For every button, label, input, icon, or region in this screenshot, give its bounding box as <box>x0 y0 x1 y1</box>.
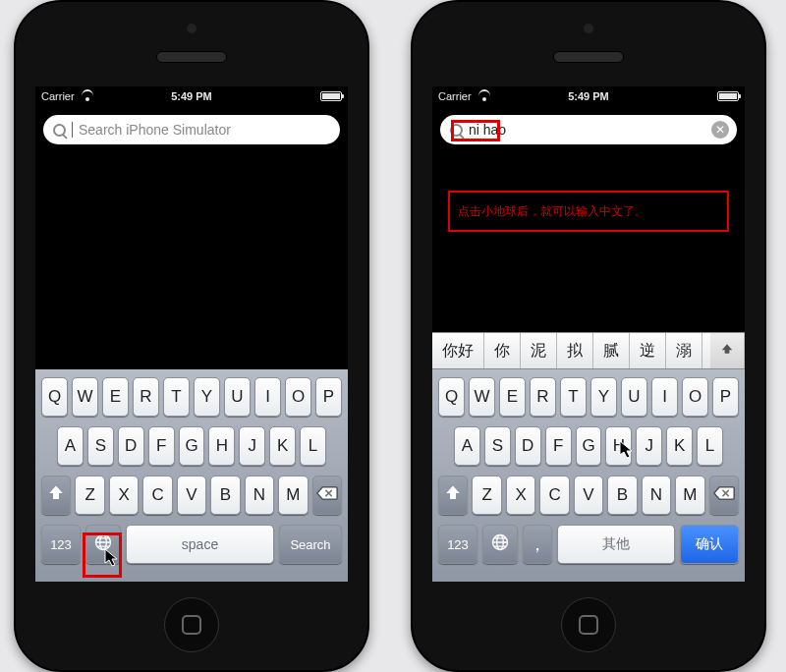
key-row-4: 123 ， 其他 确认 <box>436 525 741 564</box>
candidate-0[interactable]: 你好 <box>432 333 484 368</box>
key-v[interactable]: V <box>574 476 603 515</box>
key-r[interactable]: R <box>133 377 159 417</box>
key-a[interactable]: A <box>57 426 84 466</box>
search-icon <box>450 124 463 137</box>
key-d[interactable]: D <box>515 426 541 466</box>
status-bar: Carrier 5:49 PM <box>432 86 745 106</box>
comma-key[interactable]: ， <box>523 525 552 564</box>
numbers-key[interactable]: 123 <box>438 525 477 564</box>
key-b[interactable]: B <box>210 476 240 515</box>
search-value: ni hao <box>469 122 506 138</box>
key-p[interactable]: P <box>712 377 739 417</box>
shift-icon <box>47 484 65 507</box>
key-t[interactable]: T <box>560 377 587 417</box>
close-icon: ✕ <box>715 124 725 136</box>
home-button[interactable] <box>164 597 219 652</box>
chevron-up-icon <box>720 342 734 360</box>
key-i[interactable]: I <box>254 377 281 417</box>
globe-key[interactable] <box>482 525 518 564</box>
key-row-3: Z X C V B N M <box>39 476 344 515</box>
confirm-key[interactable]: 确认 <box>680 525 739 564</box>
candidate-6[interactable]: 溺 <box>666 333 702 368</box>
key-k[interactable]: K <box>666 426 693 466</box>
key-w[interactable]: W <box>469 377 495 417</box>
numbers-key[interactable]: 123 <box>41 525 81 564</box>
globe-key[interactable] <box>85 525 121 564</box>
status-bar: Carrier 5:49 PM <box>35 86 348 106</box>
shift-icon <box>444 484 462 507</box>
key-z[interactable]: Z <box>75 476 104 515</box>
key-q[interactable]: Q <box>41 377 68 417</box>
key-g[interactable]: G <box>576 426 602 466</box>
key-e[interactable]: E <box>499 377 526 417</box>
key-row-1: Q W E R T Y U I O P <box>39 377 344 417</box>
key-f[interactable]: F <box>545 426 572 466</box>
delete-key[interactable] <box>709 476 739 515</box>
key-s[interactable]: S <box>87 426 114 466</box>
key-u[interactable]: U <box>621 377 647 417</box>
key-c[interactable]: C <box>539 476 569 515</box>
earpiece <box>553 51 624 63</box>
key-d[interactable]: D <box>118 426 144 466</box>
key-s[interactable]: S <box>484 426 511 466</box>
key-m[interactable]: M <box>675 476 704 515</box>
key-y[interactable]: Y <box>194 377 220 417</box>
other-key[interactable]: 其他 <box>557 525 675 564</box>
key-row-2: A S D F G H J K L <box>436 426 741 466</box>
screen-right: Carrier 5:49 PM ni hao ✕ 点击小地球后，就可以输入中文了… <box>432 86 745 582</box>
search-field[interactable]: Search iPhone Simulator <box>43 115 340 144</box>
delete-icon <box>713 485 735 506</box>
delete-key[interactable] <box>312 476 342 515</box>
key-g[interactable]: G <box>179 426 205 466</box>
key-p[interactable]: P <box>315 377 342 417</box>
key-x[interactable]: X <box>109 476 139 515</box>
key-q[interactable]: Q <box>438 377 465 417</box>
space-key[interactable]: space <box>126 525 274 564</box>
key-n[interactable]: N <box>642 476 671 515</box>
search-key[interactable]: Search <box>279 525 342 564</box>
key-z[interactable]: Z <box>472 476 501 515</box>
search-field[interactable]: ni hao ✕ <box>440 115 737 144</box>
key-b[interactable]: B <box>607 476 637 515</box>
key-j[interactable]: J <box>239 426 265 466</box>
shift-key[interactable] <box>438 476 468 515</box>
key-c[interactable]: C <box>142 476 172 515</box>
key-h[interactable]: H <box>208 426 235 466</box>
key-m[interactable]: M <box>278 476 308 515</box>
search-row: Search iPhone Simulator <box>35 106 348 153</box>
key-l[interactable]: L <box>697 426 723 466</box>
key-w[interactable]: W <box>72 377 98 417</box>
sensor-dot <box>584 24 593 33</box>
key-t[interactable]: T <box>163 377 190 417</box>
key-r[interactable]: R <box>530 377 556 417</box>
key-n[interactable]: N <box>245 476 274 515</box>
key-o[interactable]: O <box>682 377 708 417</box>
key-k[interactable]: K <box>269 426 296 466</box>
key-x[interactable]: X <box>506 476 535 515</box>
key-o[interactable]: O <box>285 377 311 417</box>
home-icon <box>579 615 598 635</box>
candidate-4[interactable]: 腻 <box>593 333 630 368</box>
earpiece <box>156 51 227 63</box>
key-e[interactable]: E <box>102 377 129 417</box>
candidate-expand[interactable] <box>710 333 745 368</box>
candidate-bar: 你好 你 泥 拟 腻 逆 溺 <box>432 332 745 369</box>
key-u[interactable]: U <box>224 377 251 417</box>
candidate-5[interactable]: 逆 <box>630 333 666 368</box>
candidate-2[interactable]: 泥 <box>521 333 557 368</box>
key-v[interactable]: V <box>177 476 206 515</box>
key-f[interactable]: F <box>148 426 175 466</box>
clear-button[interactable]: ✕ <box>711 121 729 139</box>
key-l[interactable]: L <box>300 426 326 466</box>
key-j[interactable]: J <box>636 426 662 466</box>
key-i[interactable]: I <box>651 377 678 417</box>
key-y[interactable]: Y <box>590 377 617 417</box>
key-row-2: A S D F G H J K L <box>39 426 344 466</box>
home-button[interactable] <box>561 597 616 652</box>
phone-right: Carrier 5:49 PM ni hao ✕ 点击小地球后，就可以输入中文了… <box>411 0 766 672</box>
shift-key[interactable] <box>41 476 71 515</box>
key-h[interactable]: H <box>605 426 632 466</box>
candidate-1[interactable]: 你 <box>484 333 521 368</box>
key-a[interactable]: A <box>454 426 480 466</box>
candidate-3[interactable]: 拟 <box>557 333 593 368</box>
